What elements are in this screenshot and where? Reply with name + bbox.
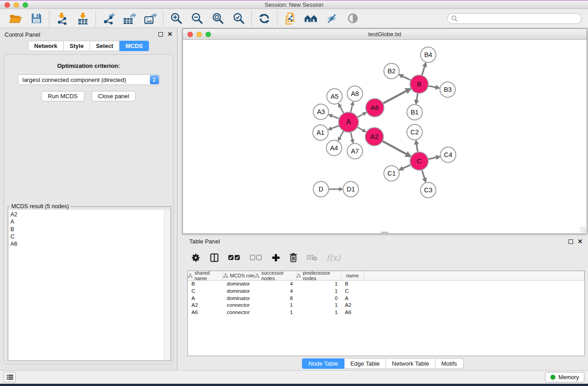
hide-show-panels-icon[interactable] — [325, 12, 339, 25]
function-builder-icon[interactable]: f(x) — [326, 253, 340, 262]
node-A6[interactable]: A6 — [366, 99, 384, 117]
node-A4[interactable]: A4 — [326, 140, 342, 156]
node-A2[interactable]: A2 — [365, 128, 383, 146]
table-row[interactable]: Bdominator41B — [188, 281, 584, 288]
network-canvas[interactable]: B4B2BB3A5A8A6B1A3AA1C2A2A4A7C4CC1DD1C3 — [183, 40, 587, 233]
settings-gear-icon[interactable] — [191, 253, 201, 262]
result-item[interactable]: C — [10, 233, 162, 240]
export-image-icon[interactable] — [143, 12, 157, 25]
edge-C-C4[interactable] — [429, 157, 440, 159]
copy-network-document-icon[interactable] — [283, 12, 297, 25]
edge-A-A6[interactable] — [358, 113, 366, 117]
open-folder-icon[interactable] — [9, 12, 22, 25]
node-A[interactable]: A — [339, 112, 359, 132]
memory-button[interactable]: Memory — [545, 372, 584, 382]
delete-icon[interactable] — [289, 253, 297, 262]
node-C4[interactable]: C4 — [440, 147, 456, 162]
column-header-successor-nodes[interactable]: successor nodes — [255, 271, 296, 280]
result-item[interactable]: A2 — [10, 211, 162, 218]
edge-A6-B[interactable] — [383, 89, 411, 103]
network-window-titlebar[interactable]: testGlobe.txt — [183, 29, 587, 40]
deselect-all-icon[interactable] — [250, 254, 263, 261]
h-scrollbar[interactable] — [381, 232, 388, 233]
zoom-network-button[interactable] — [206, 32, 211, 37]
node-D[interactable]: D — [313, 181, 329, 197]
edge-C-C1[interactable] — [399, 165, 410, 170]
table-row[interactable]: A6connector11A6 — [188, 309, 584, 316]
resize-grip-icon[interactable] — [580, 227, 586, 233]
import-table-icon[interactable] — [76, 12, 90, 25]
mcds-result-list[interactable]: A2ABCA6 — [9, 210, 164, 360]
result-scrollbar[interactable] — [164, 210, 170, 360]
result-item[interactable]: A — [10, 218, 162, 225]
node-B4[interactable]: B4 — [421, 47, 436, 62]
edge-A-A2[interactable] — [358, 127, 366, 132]
node-C2[interactable]: C2 — [407, 124, 422, 140]
node-D1[interactable]: D1 — [343, 181, 359, 197]
float-panel-icon[interactable] — [158, 32, 163, 37]
import-network-icon[interactable] — [55, 12, 69, 25]
node-C1[interactable]: C1 — [384, 166, 399, 181]
zoom-window-button[interactable] — [23, 2, 28, 8]
zoom-fit-icon[interactable] — [211, 12, 225, 25]
select-all-icon[interactable] — [228, 254, 241, 261]
edge-A-A3[interactable] — [329, 115, 339, 119]
home-icon[interactable] — [304, 12, 318, 25]
close-table-panel-icon[interactable]: ✕ — [578, 239, 583, 244]
close-panel-icon[interactable]: ✕ — [167, 32, 172, 37]
column-header-name[interactable]: name — [341, 271, 364, 280]
result-item[interactable]: B — [10, 226, 162, 233]
network-graph[interactable]: B4B2BB3A5A8A6B1A3AA1C2A2A4A7C4CC1DD1C3 — [183, 40, 587, 233]
minimize-window-button[interactable] — [14, 2, 19, 8]
column-header-shared-name[interactable]: shared name — [188, 271, 223, 280]
close-panel-button[interactable]: Close panel — [91, 91, 136, 101]
edge-B-B1[interactable] — [416, 94, 418, 104]
task-history-button[interactable] — [4, 372, 16, 382]
node-B[interactable]: B — [410, 75, 428, 93]
eye-icon[interactable] — [346, 12, 359, 25]
minimize-network-button[interactable] — [196, 32, 202, 37]
tab-mcds[interactable]: MCDS — [120, 41, 149, 51]
edge-B-B2[interactable] — [399, 75, 411, 80]
save-icon[interactable] — [29, 12, 43, 25]
node-C[interactable]: C — [410, 152, 428, 170]
tab-select[interactable]: Select — [90, 41, 120, 51]
edge-C-C3[interactable] — [422, 170, 425, 182]
node-A1[interactable]: A1 — [313, 125, 328, 140]
close-network-button[interactable] — [187, 32, 193, 37]
export-network-icon[interactable] — [102, 12, 115, 25]
export-table-icon[interactable] — [123, 12, 136, 25]
tab-network-table[interactable]: Network Table — [386, 358, 435, 369]
zoom-out-icon[interactable] — [190, 12, 204, 25]
edge-A-A7[interactable] — [351, 133, 353, 143]
node-B2[interactable]: B2 — [384, 63, 399, 79]
float-table-panel-icon[interactable] — [569, 239, 573, 244]
node-A5[interactable]: A5 — [327, 89, 342, 104]
edge-A-A4[interactable] — [338, 131, 343, 140]
table-row[interactable]: Adominator80A — [188, 295, 584, 302]
zoom-in-icon[interactable] — [169, 12, 183, 25]
table-row[interactable]: A2connector11A2 — [188, 302, 584, 309]
edge-A-A8[interactable] — [351, 102, 353, 112]
result-item[interactable]: A6 — [10, 240, 162, 248]
tab-edge-table[interactable]: Edge Table — [344, 358, 386, 369]
node-A3[interactable]: A3 — [313, 104, 329, 119]
delete-table-icon[interactable] — [306, 254, 317, 261]
zoom-selected-icon[interactable] — [232, 12, 245, 25]
add-icon[interactable] — [272, 253, 280, 262]
node-B3[interactable]: B3 — [440, 82, 455, 97]
edge-A-A1[interactable] — [329, 126, 339, 129]
edge-C-C2[interactable] — [416, 141, 418, 152]
search-input[interactable] — [447, 13, 582, 24]
edge-B-B4[interactable] — [422, 63, 425, 75]
tab-motifs[interactable]: Motifs — [435, 358, 464, 369]
run-mcds-button[interactable]: Run MCDS — [41, 91, 85, 101]
refresh-icon[interactable] — [258, 12, 271, 25]
node-C3[interactable]: C3 — [421, 182, 436, 198]
tab-network[interactable]: Network — [28, 41, 64, 51]
node-A8[interactable]: A8 — [347, 86, 363, 101]
tab-style[interactable]: Style — [64, 41, 90, 51]
main-titlebar[interactable]: Session: New Session — [0, 1, 588, 9]
edge-A-A5[interactable] — [339, 104, 344, 113]
tab-node-table[interactable]: Node Table — [302, 358, 344, 369]
